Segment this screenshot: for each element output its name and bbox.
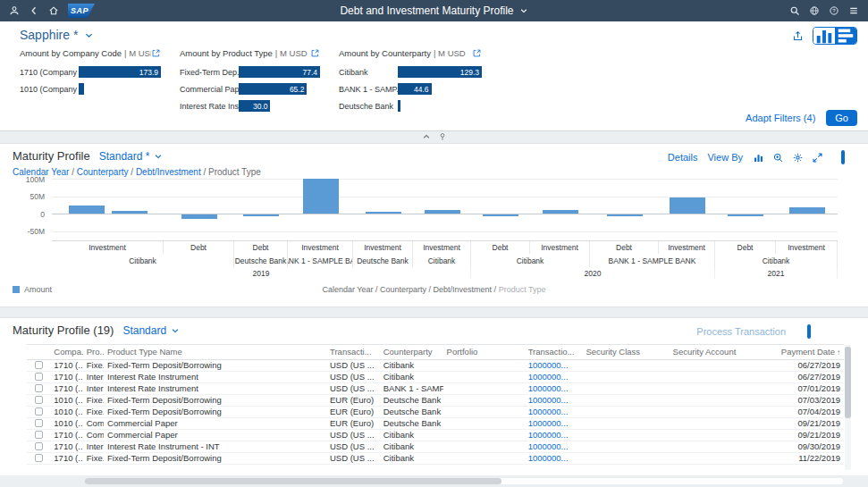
row-checkbox[interactable] — [35, 454, 43, 462]
chart-bar[interactable] — [425, 210, 460, 214]
table-row[interactable]: 1710 (...Inter...Interest Rate Instrumen… — [27, 382, 844, 394]
visual-filter-bar[interactable] — [79, 83, 84, 95]
app-title-menu[interactable]: Debt and Investment Maturity Profile — [340, 4, 527, 17]
transaction-link[interactable]: 1000000... — [525, 417, 583, 429]
zoom-in-icon[interactable] — [772, 152, 784, 164]
column-header[interactable]: Pro... — [83, 345, 104, 359]
go-button[interactable]: Go — [826, 110, 857, 126]
menu-icon[interactable] — [848, 5, 859, 16]
table-horizontal-scrollbar[interactable] — [85, 478, 843, 484]
transaction-link[interactable]: 1000000... — [525, 452, 583, 464]
details-button[interactable]: Details — [668, 152, 698, 163]
table-row[interactable]: 1710 (...Fixe...Fixed-Term Deposit/Borro… — [27, 452, 844, 464]
chart-bar[interactable] — [243, 214, 279, 216]
row-checkbox[interactable] — [35, 407, 43, 416]
table-row[interactable]: 1710 (...Fixe...Fixed-Term Deposit/Borro… — [27, 359, 844, 371]
chart-bar[interactable] — [366, 212, 401, 214]
chart-bar[interactable] — [69, 206, 105, 214]
bar-chart-view-button[interactable] — [841, 150, 845, 164]
row-checkbox[interactable] — [35, 396, 43, 404]
table-row[interactable]: 1710 (...Inter...Interest Rate Instrumen… — [27, 371, 844, 382]
bar-chart-toggle-button[interactable] — [813, 28, 835, 44]
transaction-link[interactable]: 1000000... — [525, 382, 583, 394]
table-row[interactable]: 1010 (...Fixe...Fixed-Term Deposit/Borro… — [27, 406, 844, 417]
adapt-filters-link[interactable]: Adapt Filters (4) — [746, 113, 815, 123]
chart-variant-selector[interactable]: Standard * — [99, 150, 164, 163]
open-window-icon[interactable] — [310, 48, 320, 58]
home-icon[interactable] — [48, 5, 59, 16]
variant-selector[interactable]: Sapphire * — [20, 28, 94, 42]
transaction-link[interactable]: 1000000... — [525, 394, 583, 406]
column-header[interactable]: Payment Date↑ — [747, 345, 844, 359]
scrollbar-thumb[interactable] — [845, 347, 851, 418]
globe-icon[interactable] — [809, 5, 820, 16]
table-variant-selector[interactable]: Standard — [122, 324, 180, 337]
chevron-down-button[interactable] — [842, 324, 846, 339]
download-button[interactable] — [830, 324, 834, 339]
help-icon[interactable]: ? — [829, 5, 839, 16]
column-header[interactable]: Transactio... — [525, 345, 583, 359]
visual-filter-bar[interactable]: 65.2 — [239, 83, 307, 95]
open-window-icon[interactable] — [472, 48, 482, 58]
column-header[interactable]: Transacti... — [326, 345, 380, 359]
row-checkbox[interactable] — [35, 373, 43, 381]
column-header[interactable]: Compa... — [50, 345, 82, 359]
table-row[interactable]: 1010 (...Com...Commercial PaperEUR (Euro… — [27, 417, 844, 429]
gear-button[interactable] — [819, 324, 822, 339]
table-grid-button[interactable] — [807, 324, 811, 339]
select-all-column-header[interactable] — [27, 345, 50, 359]
person-icon[interactable] — [9, 5, 20, 16]
row-checkbox[interactable] — [35, 419, 43, 427]
chart-bar[interactable] — [789, 207, 825, 214]
chart-bar[interactable] — [303, 179, 339, 214]
chevron-up-icon[interactable] — [422, 132, 431, 141]
search-icon[interactable] — [789, 5, 800, 16]
visual-filter-bar[interactable]: 173.9 — [79, 66, 161, 78]
row-checkbox[interactable] — [35, 361, 43, 369]
visual-filter-bar[interactable] — [398, 100, 400, 112]
line-chart-view-button[interactable] — [847, 150, 851, 164]
row-checkbox[interactable] — [35, 431, 43, 439]
chart-bar[interactable] — [670, 197, 705, 214]
column-header[interactable]: Product Type Name — [104, 345, 326, 359]
eye-button[interactable] — [796, 324, 799, 339]
transaction-link[interactable]: 1000000... — [525, 371, 583, 382]
column-header[interactable]: Security Account — [670, 345, 747, 359]
table-grid-view-button[interactable] — [854, 150, 857, 164]
visual-filter-bar[interactable]: 30.0 — [239, 100, 270, 112]
column-header[interactable]: Counterparty — [380, 345, 443, 359]
sap-logo[interactable]: SAP — [68, 4, 95, 18]
table-row[interactable]: 1010 (...Fixe...Fixed-Term Deposit/Borro… — [27, 394, 844, 406]
process-transaction-button[interactable]: Process Transaction — [696, 326, 786, 337]
gear-icon[interactable] — [792, 152, 804, 164]
transaction-link[interactable]: 1000000... — [525, 359, 583, 371]
visual-filter-bar[interactable]: 44.6 — [398, 83, 432, 95]
chart-bar[interactable] — [543, 210, 578, 214]
table-vertical-scrollbar[interactable] — [845, 345, 851, 470]
chart-bar[interactable] — [112, 211, 147, 214]
bar-chart-icon[interactable] — [753, 152, 764, 164]
scrollbar-thumb[interactable] — [85, 478, 501, 484]
export-icon[interactable] — [792, 30, 804, 42]
open-window-icon[interactable] — [151, 48, 161, 58]
transaction-link[interactable]: 1000000... — [525, 429, 583, 441]
visual-filter-bar[interactable]: 129.3 — [398, 66, 482, 78]
column-header[interactable]: Security Class — [582, 345, 669, 359]
fullscreen-button[interactable] — [854, 324, 857, 339]
chart-bar[interactable] — [181, 214, 217, 219]
chart-bar[interactable] — [728, 214, 763, 216]
column-header[interactable]: Portfolio — [443, 345, 525, 359]
chevron-left-icon[interactable] — [29, 5, 39, 16]
chart-bar[interactable] — [483, 214, 518, 216]
transaction-link[interactable]: 1000000... — [525, 441, 583, 452]
chart-bar[interactable] — [607, 214, 643, 216]
fullscreen-icon[interactable] — [812, 152, 823, 164]
row-checkbox[interactable] — [35, 384, 43, 392]
pin-icon[interactable] — [438, 132, 447, 141]
hbar-chart-view-button[interactable] — [835, 150, 839, 164]
hbar-chart-toggle-button[interactable] — [835, 28, 856, 44]
transaction-link[interactable]: 1000000... — [525, 406, 583, 417]
table-row[interactable]: 1710 (...Inter...Interest Rate Instrumen… — [27, 441, 844, 452]
view-by-button[interactable]: View By — [707, 152, 743, 163]
visual-filter-bar[interactable]: 77.4 — [239, 66, 320, 78]
